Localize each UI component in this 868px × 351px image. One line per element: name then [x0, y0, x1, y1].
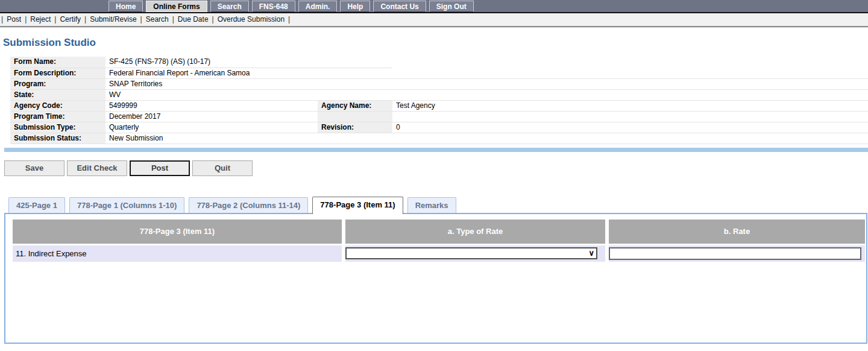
menu-item-overdue-submission[interactable]: Overdue Submission	[214, 15, 288, 24]
menu-item-search[interactable]: Search	[142, 15, 172, 24]
tab-778-page-1[interactable]: 778-Page 1 (Columns 1-10)	[69, 197, 184, 213]
top-navbar: Home Online Forms Search FNS-648 Admin. …	[0, 0, 868, 13]
form-info-spacer	[392, 133, 868, 144]
nav-home[interactable]: Home	[108, 1, 143, 12]
agency-name-value: Test Agency	[392, 100, 868, 111]
tab-778-page-2[interactable]: 778-Page 2 (Columns 11-14)	[189, 197, 308, 213]
form-info-row: Submission Status: New Submission	[10, 133, 868, 144]
indirect-expense-label: 11. Indirect Expense	[13, 245, 342, 262]
menu-separator: |	[288, 15, 290, 24]
submission-studio-page: Home Online Forms Search FNS-648 Admin. …	[0, 0, 868, 351]
type-of-rate-select[interactable]	[345, 247, 597, 259]
rate-input[interactable]	[609, 247, 861, 260]
form-tabs: 425-Page 1 778-Page 1 (Columns 1-10) 778…	[8, 197, 868, 213]
state-value: WV	[105, 89, 318, 100]
menu-item-certify[interactable]: Certify	[56, 15, 84, 24]
form-info-table: Form Name: SF-425 (FNS-778) (AS) (10-17)…	[10, 57, 868, 144]
menu-item-post[interactable]: Post	[3, 15, 25, 24]
type-of-rate-cell: ∨	[345, 245, 605, 262]
program-time-label: Program Time:	[10, 111, 105, 122]
submission-status-value: New Submission	[105, 133, 318, 144]
nav-help[interactable]: Help	[340, 1, 370, 12]
agency-code-value: 5499999	[105, 100, 318, 111]
form-info-row: Form Name: SF-425 (FNS-778) (AS) (10-17)	[10, 57, 868, 68]
form-info-spacer	[392, 57, 868, 68]
form-info-spacer	[318, 111, 392, 122]
form-info-spacer	[392, 89, 868, 100]
nav-admin[interactable]: Admin.	[298, 1, 338, 12]
submission-status-label: Submission Status:	[10, 133, 105, 144]
form-description-value: Federal Financial Report - American Samo…	[105, 68, 318, 78]
form-info-row: State: WV	[10, 89, 868, 100]
grid-data-row: 11. Indirect Expense ∨	[13, 245, 865, 262]
form-info-spacer	[318, 68, 392, 78]
state-label: State:	[10, 89, 105, 100]
rate-cell	[609, 245, 865, 262]
submission-menubar: |Post|Reject|Certify|Submit/Revise|Searc…	[0, 13, 868, 27]
revision-label: Revision:	[318, 122, 392, 133]
program-label: Program:	[10, 78, 105, 89]
page-title: Submission Studio	[3, 37, 868, 49]
item-11-grid: 778-Page 3 (Item 11) a. Type of Rate b. …	[13, 220, 865, 262]
submission-type-value: Quarterly	[105, 122, 318, 133]
tab-425-page-1[interactable]: 425-Page 1	[8, 197, 65, 213]
save-button[interactable]: Save	[4, 160, 64, 176]
menu-item-due-date[interactable]: Due Date	[174, 15, 212, 24]
form-info-row: Program: SNAP Territories	[10, 78, 868, 89]
action-button-bar: Save Edit Check Post Quit	[4, 160, 868, 176]
tab-remarks[interactable]: Remarks	[407, 197, 456, 213]
form-name-label: Form Name:	[10, 57, 105, 68]
grid-header-row: 778-Page 3 (Item 11) a. Type of Rate b. …	[13, 220, 865, 244]
menu-item-submit-revise[interactable]: Submit/Revise	[86, 15, 140, 24]
revision-value: 0	[392, 122, 868, 133]
agency-name-label: Agency Name:	[318, 100, 392, 111]
nav-online-forms[interactable]: Online Forms	[146, 1, 207, 12]
form-info-row: Submission Type: Quarterly Revision: 0	[10, 122, 868, 133]
nav-contact-us[interactable]: Contact Us	[373, 1, 426, 12]
edit-check-button[interactable]: Edit Check	[67, 160, 127, 176]
post-button[interactable]: Post	[130, 160, 190, 176]
tab-778-page-3[interactable]: 778-Page 3 (Item 11)	[312, 197, 403, 214]
tab-panel-778-page-3: 778-Page 3 (Item 11) a. Type of Rate b. …	[4, 213, 867, 344]
menu-item-reject[interactable]: Reject	[27, 15, 54, 24]
form-info-spacer	[318, 57, 392, 68]
form-info-spacer	[392, 111, 868, 122]
grid-header-type-of-rate: a. Type of Rate	[345, 220, 605, 244]
form-info-spacer	[318, 89, 392, 100]
program-time-value: December 2017	[105, 111, 318, 122]
form-info-spacer	[392, 78, 868, 89]
form-info-row: Agency Code: 5499999 Agency Name: Test A…	[10, 100, 868, 111]
form-info-spacer	[318, 78, 392, 89]
agency-code-label: Agency Code:	[10, 100, 105, 111]
submission-type-label: Submission Type:	[10, 122, 105, 133]
nav-sign-out[interactable]: Sign Out	[429, 1, 474, 12]
form-info-spacer	[392, 68, 868, 78]
form-name-value: SF-425 (FNS-778) (AS) (10-17)	[105, 57, 318, 68]
form-info-spacer	[318, 133, 392, 144]
grid-header-item-11: 778-Page 3 (Item 11)	[13, 220, 342, 244]
form-description-label: Form Description:	[10, 68, 105, 78]
form-info-row: Form Description: Federal Financial Repo…	[10, 68, 868, 78]
nav-search[interactable]: Search	[210, 1, 249, 12]
program-value: SNAP Territories	[105, 78, 318, 89]
nav-fns-648[interactable]: FNS-648	[252, 1, 295, 12]
blue-divider-bar	[4, 148, 868, 152]
grid-header-rate: b. Rate	[609, 220, 865, 244]
quit-button[interactable]: Quit	[192, 160, 253, 176]
form-info-row: Program Time: December 2017	[10, 111, 868, 122]
